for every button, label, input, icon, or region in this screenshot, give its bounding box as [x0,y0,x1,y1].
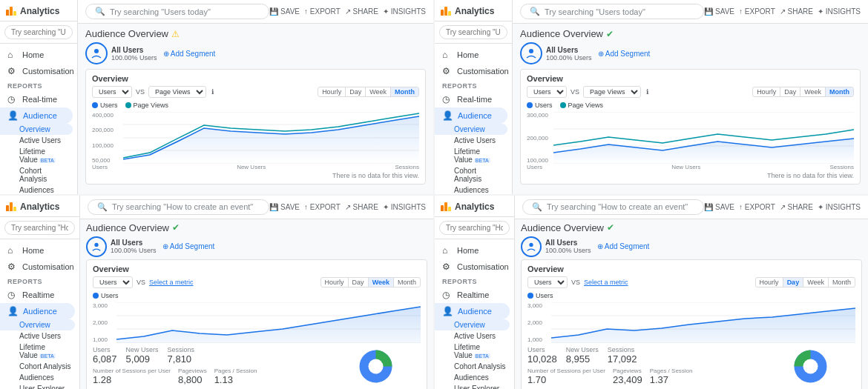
search-box-br[interactable]: 🔍 Try searching "How to create an event" [522,199,704,215]
cohort-sub-br[interactable]: Cohort Analysis [435,361,514,372]
realtime-tl[interactable]: ◷Real-time [0,91,77,107]
active-users-sub-tr[interactable]: Active Users [435,135,512,146]
search-input-tl[interactable] [4,25,73,39]
user-explorer-sub-bl[interactable]: User Explorer [0,383,79,390]
overview-sub-bl[interactable]: Overview [0,319,75,330]
day-btn-tl[interactable]: Day [346,87,366,96]
search-bl[interactable] [0,217,79,239]
audience-br[interactable]: 👤Audience [435,303,510,319]
active-users-sub-br[interactable]: Active Users [435,330,514,342]
lifetime-sub-tl[interactable]: Lifetime ValueBETA [0,146,77,165]
week-btn-br[interactable]: Week [803,278,829,287]
legend-pv-label-tl: Page Views [134,102,168,109]
overview-sub-tl[interactable]: Overview [0,124,73,135]
stat-pv-label-br: Pageviews [613,368,642,374]
hourly-btn-bl[interactable]: Hourly [321,278,349,287]
cohort-sub-tl[interactable]: Cohort Analysis [0,165,77,184]
month-btn-bl[interactable]: Month [394,278,420,287]
day-btn-br[interactable]: Day [783,278,804,287]
month-btn-tr[interactable]: Month [826,87,853,96]
home-br[interactable]: ⌂Home [435,242,514,259]
filter-users-tl[interactable]: Users [92,86,132,98]
share-btn-tr[interactable]: ↗ SHARE [780,7,813,16]
lifetime-sub-br[interactable]: Lifetime ValueBETA [435,342,514,361]
insights-btn-br[interactable]: ✦ INSIGHTS [818,203,861,211]
week-btn-bl[interactable]: Week [369,278,394,287]
filter-pageviews-tr[interactable]: Page Views [583,86,641,98]
home-tr[interactable]: ⌂Home [435,47,512,63]
insights-btn-tr[interactable]: ✦ INSIGHTS [818,7,861,16]
hourly-btn-tr[interactable]: Hourly [753,87,780,96]
overview-sub-tr[interactable]: Overview [435,124,507,135]
filter-users-bl[interactable]: Users [93,276,133,288]
search-br[interactable] [435,217,514,239]
cohort-sub-bl[interactable]: Cohort Analysis [0,361,79,372]
home-bl[interactable]: ⌂Home [0,242,79,259]
save-btn-tr[interactable]: 💾 SAVE [704,7,734,16]
export-btn-br[interactable]: ↑ EXPORT [739,203,775,211]
save-btn-br[interactable]: 💾 SAVE [704,203,734,211]
day-btn-tr[interactable]: Day [780,87,800,96]
audience-bl[interactable]: 👤Audience [0,303,75,319]
search-placeholder-br: Try searching "How to create an event" [547,202,688,211]
search-box-tr[interactable]: 🔍 Try searching "Users today" [520,4,704,19]
search-icon-tl: 🔍 [95,7,105,16]
search-box-bl[interactable]: 🔍 Try searching "How to create an event" [88,199,269,215]
hourly-btn-br[interactable]: Hourly [756,278,783,287]
save-btn-tl[interactable]: 💾 SAVE [269,7,300,16]
realtime-tr[interactable]: ◷Real-time [435,91,512,107]
user-explorer-sub-br[interactable]: User Explorer [435,383,514,390]
select-metric-br[interactable]: Select a metric [584,279,628,286]
active-users-sub-bl[interactable]: Active Users [0,330,79,342]
search-input-br[interactable] [439,221,510,235]
add-segment-br[interactable]: ⊕ Add Segment [597,242,650,250]
add-segment-tl[interactable]: ⊕ Add Segment [163,50,216,58]
audiences-sub-tl[interactable]: Audiences [0,184,77,194]
customisation-tl[interactable]: ⚙Customisation [0,63,77,79]
search-input-tr[interactable] [439,25,507,39]
share-btn-bl[interactable]: ↗ SHARE [345,203,378,211]
lifetime-sub-bl[interactable]: Lifetime ValueBETA [0,342,79,361]
search-tr[interactable] [435,21,512,44]
insights-btn-tl[interactable]: ✦ INSIGHTS [383,7,426,16]
search-tl[interactable] [0,21,77,44]
active-users-sub-tl[interactable]: Active Users [0,135,77,146]
realtime-bl[interactable]: ◷Realtime [0,287,79,303]
week-btn-tl[interactable]: Week [366,87,391,96]
save-btn-bl[interactable]: 💾 SAVE [269,203,300,211]
stat-spu-val-bl: 1.28 [93,374,171,385]
search-input-bl[interactable] [4,221,75,235]
select-metric-bl[interactable]: Select a metric [149,279,194,286]
customisation-bl[interactable]: ⚙Customisation [0,259,79,275]
insights-btn-bl[interactable]: ✦ INSIGHTS [383,203,426,211]
filter-users-br[interactable]: Users [527,276,568,288]
audiences-sub-br[interactable]: Audiences [435,372,514,383]
share-btn-br[interactable]: ↗ SHARE [780,203,813,211]
filter-users-tr[interactable]: Users [527,86,567,98]
add-segment-tr[interactable]: ⊕ Add Segment [598,50,651,58]
month-btn-tl[interactable]: Month [391,87,418,96]
realtime-br[interactable]: ◷Realtime [435,287,514,303]
customisation-tr[interactable]: ⚙Customisation [435,63,512,79]
audience-tl[interactable]: 👤Audience [0,107,73,124]
overview-sub-br[interactable]: Overview [435,319,510,330]
week-btn-tr[interactable]: Week [800,87,826,96]
export-btn-tl[interactable]: ↑ EXPORT [304,7,341,16]
home-tl[interactable]: ⌂Home [0,47,77,63]
customisation-br[interactable]: ⚙Customisation [435,259,514,275]
audiences-sub-tr[interactable]: Audiences [435,184,512,194]
search-box-tl[interactable]: 🔍 Try searching "Users today" [85,4,269,19]
export-btn-tr[interactable]: ↑ EXPORT [739,7,775,16]
filter-pageviews-tl[interactable]: Page Views [148,86,206,98]
hourly-btn-tl[interactable]: Hourly [318,87,346,96]
audience-tr[interactable]: 👤Audience [435,107,507,124]
export-btn-bl[interactable]: ↑ EXPORT [304,203,341,211]
day-btn-bl[interactable]: Day [349,278,369,287]
audiences-sub-bl[interactable]: Audiences [0,372,79,383]
month-btn-br[interactable]: Month [829,278,855,287]
share-btn-tl[interactable]: ↗ SHARE [345,7,378,16]
lifetime-sub-tr[interactable]: Lifetime ValueBETA [435,146,512,165]
cohort-sub-tr[interactable]: Cohort Analysis [435,165,512,184]
user-svg-br [526,242,536,252]
add-segment-bl[interactable]: ⊕ Add Segment [162,242,215,250]
